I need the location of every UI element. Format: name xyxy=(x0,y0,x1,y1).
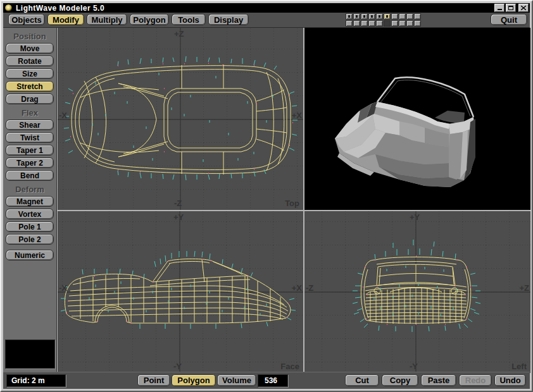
tool-move[interactable]: Move xyxy=(6,43,54,54)
tool-bend[interactable]: Bend xyxy=(6,170,54,181)
layer-button[interactable] xyxy=(368,13,375,20)
layer-bg-button[interactable] xyxy=(376,20,383,27)
axis-label-top: +Y xyxy=(173,212,184,222)
menu-modify[interactable]: Modify xyxy=(47,14,84,25)
wireframe-face-view xyxy=(58,211,303,373)
axis-label-left: -X xyxy=(59,283,67,293)
grid-size-readout: Grid: 2 m xyxy=(6,374,66,387)
app-window: LightWave Modeler 5.0 Objects Modify Mul… xyxy=(0,0,533,392)
quit-button[interactable]: Quit xyxy=(491,14,527,25)
mode-volume-button[interactable]: Volume xyxy=(217,374,256,386)
layer-bg-button[interactable] xyxy=(391,20,398,27)
mode-point-button[interactable]: Point xyxy=(137,374,170,386)
wireframe-left-view xyxy=(304,211,530,373)
tool-vortex[interactable]: Vortex xyxy=(6,209,54,219)
viewport-preview[interactable] xyxy=(304,28,530,210)
layer-bg-button[interactable] xyxy=(346,20,353,27)
viewport-top[interactable]: +Z -X +X -Z Top xyxy=(58,28,303,210)
tool-twist[interactable]: Twist xyxy=(6,132,54,143)
layer-selector xyxy=(346,13,421,27)
numeric-button[interactable]: Numeric xyxy=(6,250,54,260)
layer-bg-button[interactable] xyxy=(384,20,391,27)
title-bar[interactable]: LightWave Modeler 5.0 xyxy=(3,3,530,13)
axis-label-top: +Y xyxy=(410,212,420,222)
viewport-name-face: Face xyxy=(280,362,299,371)
sidebar-preview-box xyxy=(5,340,55,369)
layer-bg-button[interactable] xyxy=(406,20,413,27)
menu-multiply[interactable]: Multiply xyxy=(87,14,127,25)
wireframe-top-view xyxy=(58,28,303,210)
tool-sidebar: Position Move Rotate Size Stretch Drag F… xyxy=(3,28,57,372)
layer-button[interactable] xyxy=(391,13,398,20)
viewport-name-left: Left xyxy=(511,362,527,371)
status-bar: Grid: 2 m Point Polygon Volume 536 Cut C… xyxy=(3,372,530,389)
axis-label-top: +Z xyxy=(174,29,184,39)
layer-button[interactable] xyxy=(406,13,413,20)
minimize-icon xyxy=(498,9,502,10)
tool-drag[interactable]: Drag xyxy=(6,94,54,104)
layer-bg-button[interactable] xyxy=(399,20,406,27)
close-button[interactable] xyxy=(518,4,529,12)
layer-bg-button[interactable] xyxy=(353,20,360,27)
axis-label-bottom: -Y xyxy=(410,362,418,371)
undo-button[interactable]: Undo xyxy=(494,374,526,386)
tool-taper2[interactable]: Taper 2 xyxy=(6,157,54,168)
app-body: Objects Modify Multiply Polygon Tools Di… xyxy=(3,13,530,389)
axis-label-left: -Z xyxy=(306,283,313,293)
tool-magnet[interactable]: Magnet xyxy=(6,196,54,207)
axis-label-right: +Z xyxy=(519,283,529,293)
section-header-deform: Deform xyxy=(3,185,56,194)
axis-label-bottom: -Y xyxy=(173,362,182,371)
app-icon xyxy=(5,4,12,11)
layer-button[interactable] xyxy=(414,13,421,20)
menu-polygon[interactable]: Polygon xyxy=(130,14,169,25)
tool-shear[interactable]: Shear xyxy=(6,119,54,130)
menu-bar: Objects Modify Multiply Polygon Tools Di… xyxy=(3,13,530,28)
menu-display[interactable]: Display xyxy=(208,14,249,25)
selection-count-readout: 536 xyxy=(258,374,288,387)
layer-bg-button[interactable] xyxy=(361,20,368,27)
layer-bg-button[interactable] xyxy=(414,20,421,27)
maximize-icon xyxy=(508,6,513,10)
tool-pole1[interactable]: Pole 1 xyxy=(6,221,54,232)
layer-button[interactable] xyxy=(361,13,368,20)
layer-button[interactable] xyxy=(399,13,406,20)
paste-button[interactable]: Paste xyxy=(421,374,456,386)
layer-button[interactable] xyxy=(353,13,360,20)
tool-stretch[interactable]: Stretch xyxy=(6,81,54,92)
menu-tools[interactable]: Tools xyxy=(172,14,206,25)
tool-taper1[interactable]: Taper 1 xyxy=(6,145,54,156)
mode-polygon-button[interactable]: Polygon xyxy=(172,374,216,386)
viewport-face[interactable]: +Y -X +X -Y Face xyxy=(58,211,303,373)
axis-label-bottom: -Z xyxy=(174,199,182,208)
section-header-position: Position xyxy=(3,32,56,41)
tool-rotate[interactable]: Rotate xyxy=(6,56,54,66)
minimize-button[interactable] xyxy=(494,4,505,12)
menu-objects[interactable]: Objects xyxy=(8,14,45,25)
viewport-area: +Z -X +X -Z Top xyxy=(57,28,530,372)
layer-button[interactable] xyxy=(346,13,353,20)
tool-pole2[interactable]: Pole 2 xyxy=(6,234,54,245)
layer-bg-button[interactable] xyxy=(368,20,375,27)
axis-label-left: -X xyxy=(59,111,67,120)
maximize-button[interactable] xyxy=(506,4,516,12)
viewport-name-top: Top xyxy=(285,199,299,208)
window-title: LightWave Modeler 5.0 xyxy=(16,4,104,13)
axis-label-right: +X xyxy=(292,111,302,120)
axis-label-right: +X xyxy=(292,283,302,293)
close-icon xyxy=(521,6,526,10)
layer-button[interactable] xyxy=(376,13,383,20)
viewport-left[interactable]: +Y -Z +Z -Y Left xyxy=(304,211,530,373)
tool-size[interactable]: Size xyxy=(6,68,54,79)
layer-button-active[interactable] xyxy=(384,13,391,20)
copy-button[interactable]: Copy xyxy=(382,374,418,386)
redo-button[interactable]: Redo xyxy=(459,374,492,386)
section-header-flex: Flex xyxy=(3,108,56,118)
cut-button[interactable]: Cut xyxy=(345,374,379,386)
shaded-car-preview xyxy=(304,28,530,210)
